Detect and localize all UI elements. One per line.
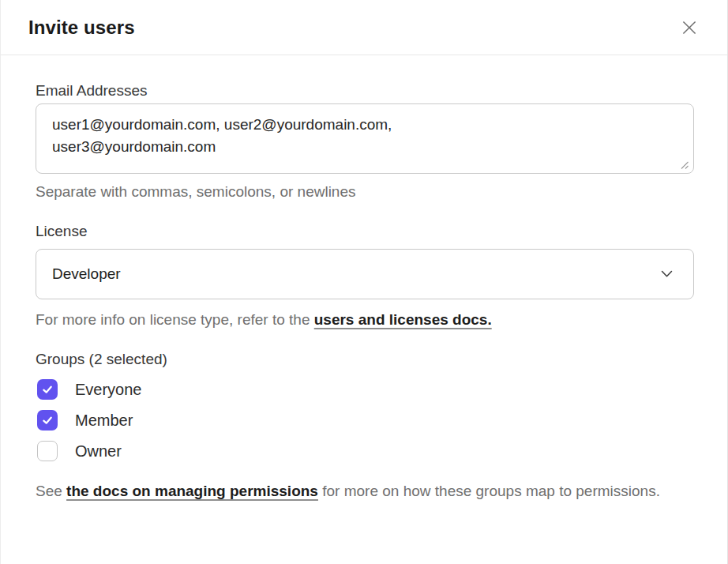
invite-users-modal: Invite users Email Addresses user1@yourd…: [0, 0, 728, 564]
member-checkbox[interactable]: [37, 410, 58, 431]
everyone-checkbox-label: Everyone: [75, 381, 142, 399]
license-helper-prefix: For more info on license type, refer to …: [36, 311, 314, 328]
chevron-down-icon: [661, 270, 673, 278]
group-option-member[interactable]: Member: [36, 410, 692, 431]
email-addresses-input[interactable]: user1@yourdomain.com, user2@yourdomain.c…: [36, 103, 694, 174]
checkmark-icon: [41, 383, 54, 396]
everyone-checkbox[interactable]: [37, 379, 58, 400]
license-helper-text: For more info on license type, refer to …: [36, 310, 692, 329]
groups-footer-note: See the docs on managing permissions for…: [36, 479, 692, 502]
modal-body: Email Addresses user1@yourdomain.com, us…: [1, 55, 727, 502]
license-label: License: [36, 222, 692, 241]
email-addresses-field: Email Addresses user1@yourdomain.com, us…: [36, 81, 692, 201]
groups-field: Groups (2 selected) Everyone: [36, 350, 692, 502]
license-selected-value: Developer: [52, 265, 121, 283]
footer-suffix: for more on how these groups map to perm…: [318, 483, 660, 499]
groups-label: Groups (2 selected): [36, 350, 692, 369]
email-addresses-label: Email Addresses: [36, 81, 692, 100]
footer-prefix: See: [36, 483, 66, 499]
groups-checkbox-list: Everyone Member: [36, 379, 692, 461]
group-option-everyone[interactable]: Everyone: [36, 379, 692, 400]
close-button[interactable]: [677, 15, 702, 40]
owner-checkbox-label: Owner: [75, 442, 122, 461]
modal-title: Invite users: [28, 17, 135, 39]
owner-checkbox[interactable]: [37, 441, 58, 461]
license-field: License Developer For more info on licen…: [36, 222, 692, 329]
email-helper-text: Separate with commas, semicolons, or new…: [36, 182, 692, 201]
license-select[interactable]: Developer: [36, 249, 694, 299]
checkmark-icon: [41, 414, 54, 427]
modal-header: Invite users: [1, 0, 727, 55]
member-checkbox-label: Member: [75, 412, 133, 430]
users-and-licenses-docs-link[interactable]: users and licenses docs.: [314, 311, 492, 328]
managing-permissions-docs-link[interactable]: the docs on managing permissions: [66, 483, 318, 499]
email-addresses-textarea-wrap: user1@yourdomain.com, user2@yourdomain.c…: [36, 103, 692, 174]
close-icon: [679, 17, 700, 38]
group-option-owner[interactable]: Owner: [36, 441, 692, 461]
